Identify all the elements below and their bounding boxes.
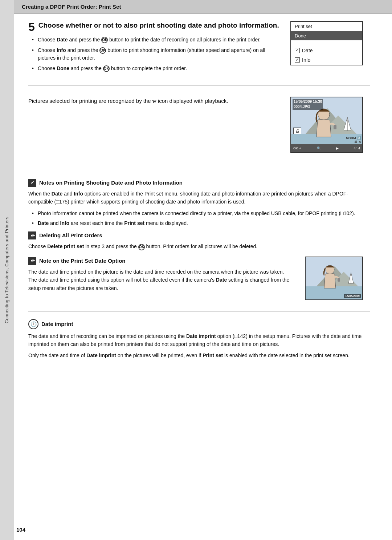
date-option-title: Note on the Print Set Date Option: [39, 258, 126, 264]
notes-section: ✓ Notes on Printing Shooting Date and Ph…: [28, 178, 370, 312]
main-content: 5 Choose whether or not to also print sh…: [14, 14, 392, 540]
bullet-item: Choose Date and press the OK button to p…: [32, 35, 279, 45]
sub-bullet-item: Photo information cannot be printed when…: [32, 209, 370, 218]
pictures-section: Pictures selected for printing are recog…: [28, 97, 370, 153]
camera-print-icon: 🖨: [293, 128, 301, 134]
step-bullets: Choose Date and press the OK button to p…: [32, 35, 279, 74]
bullet-item: Choose Info and press the OK button to p…: [32, 45, 279, 63]
delete-header-row: ✏ Deleting All Print Orders: [28, 231, 370, 239]
pencil-delete-icon: ✏: [28, 231, 36, 239]
print-set-done: Done: [291, 31, 362, 40]
pencil-date-icon: ✏: [28, 257, 36, 265]
note-header-row: ✓ Notes on Printing Shooting Date and Ph…: [28, 178, 370, 187]
svg-rect-15: [338, 278, 340, 282]
camera-preview: 15/05/2009 15:30 0004.JPG 🖨 NORM 🔢 4/ 4 …: [290, 97, 363, 153]
date-imprint-icon: 🕐: [28, 319, 38, 329]
date-option-body: The date and time printed on the picture…: [28, 268, 294, 292]
camera-bottom-bar: OK ✓ 🔍 ▶ 4/ 4: [291, 144, 362, 152]
section-5-right: Print set Done Date Info: [290, 21, 370, 78]
step-title-text: Choose whether or not to also print shoo…: [38, 21, 279, 29]
step-number: 5: [28, 21, 35, 33]
delete-title: Deleting All Print Orders: [39, 232, 102, 238]
delete-section: ✏ Deleting All Print Orders Choose Delet…: [28, 231, 370, 250]
section-5-left: 5 Choose whether or not to also print sh…: [28, 21, 279, 78]
small-camera-date: 15/05/2009: [344, 294, 361, 298]
date-imprint-body1: The date and time of recording can be im…: [28, 332, 370, 348]
delete-body: Choose Delete print set in step 3 and pr…: [28, 242, 370, 250]
camera-overlay-br: NORM 🔢 4/ 4: [346, 136, 361, 144]
date-imprint-title: Date imprint: [41, 321, 73, 327]
sidebar-label: Connecting to Televisions, Computers and…: [4, 217, 9, 323]
spacer: [28, 164, 370, 178]
camera-filename: 0004.JPG: [294, 104, 322, 109]
date-imprint-body2: Only the date and time of Date imprint o…: [28, 351, 370, 359]
print-set-spacer: [291, 40, 362, 46]
date-option-text: ✏ Note on the Print Set Date Option The …: [28, 257, 294, 300]
print-set-title: Print set: [291, 22, 362, 31]
pictures-text: Pictures selected for printing are recog…: [28, 97, 279, 153]
sub-bullet-item: Date and Info are reset each time the Pr…: [32, 218, 370, 228]
page-number: 104: [16, 527, 25, 533]
camera-overlay-top: 15/05/2009 15:30 0004.JPG: [293, 99, 323, 110]
ok-icon-delete: OK: [138, 244, 145, 250]
info-label: Info: [302, 57, 310, 63]
camera-datetime: 15/05/2009 15:30: [294, 99, 322, 104]
print-set-info-item: Info: [291, 55, 362, 65]
date-option-image: 15/05/2009: [305, 257, 370, 300]
small-person-svg: [320, 265, 340, 294]
date-label: Date: [302, 48, 313, 53]
note-title: Notes on Printing Shooting Date and Phot…: [39, 180, 183, 186]
date-checkbox: [295, 48, 300, 53]
ok-icon: OK: [103, 65, 110, 72]
sidebar: Connecting to Televisions, Computers and…: [0, 0, 14, 540]
date-option-section: ✏ Note on the Print Set Date Option The …: [28, 257, 370, 300]
person-svg: [311, 108, 336, 144]
svg-rect-7: [334, 125, 336, 129]
page: Connecting to Televisions, Computers and…: [0, 0, 392, 540]
bullet-item: Choose Done and press the OK button to c…: [32, 63, 279, 74]
date-imprint-header: 🕐 Date imprint: [28, 319, 370, 329]
small-camera-preview: 15/05/2009: [305, 257, 363, 300]
pictures-paragraph: Pictures selected for printing are recog…: [28, 97, 279, 105]
step-title: 5 Choose whether or not to also print sh…: [28, 21, 279, 30]
section-5: 5 Choose whether or not to also print sh…: [28, 21, 370, 86]
checkmark-note-icon: ✓: [28, 179, 36, 187]
print-set-menu: Print set Done Date Info: [290, 21, 363, 65]
notes-sub-bullets: Photo information cannot be printed when…: [32, 209, 370, 228]
print-set-date-item: Date: [291, 46, 362, 55]
ok-icon: OK: [101, 37, 108, 43]
ok-icon: OK: [99, 47, 106, 54]
pictures-image: 15/05/2009 15:30 0004.JPG 🖨 NORM 🔢 4/ 4 …: [290, 97, 370, 153]
date-option-header: ✏ Note on the Print Set Date Option: [28, 257, 294, 265]
header-title: Creating a DPOF Print Order: Print Set: [22, 4, 121, 10]
w-icon: w: [152, 98, 156, 104]
header-bar: Creating a DPOF Print Order: Print Set: [0, 0, 392, 14]
note-body: When the Date and Info options are enabl…: [28, 190, 370, 206]
date-imprint-section: 🕐 Date imprint The date and time of reco…: [28, 319, 370, 359]
info-checkbox: [295, 57, 300, 63]
bottom-ok: OK ✓: [293, 146, 302, 150]
